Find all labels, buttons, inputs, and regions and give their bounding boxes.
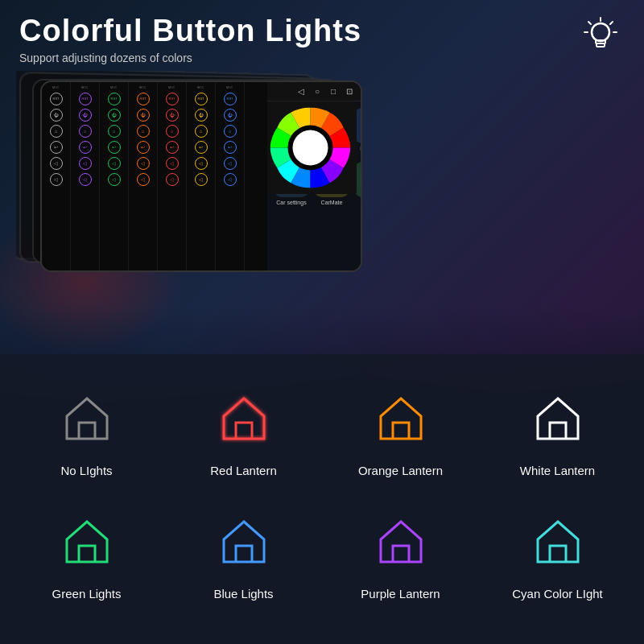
svg-line-4 <box>610 22 613 24</box>
page-subtitle: Support adjusting dozens of colors <box>19 52 625 64</box>
cyan-light-label: Cyan Color LIght <box>512 587 603 601</box>
cyan-light-icon <box>526 510 590 574</box>
green-lights-icon <box>55 510 119 574</box>
light-item-no-lights: No LIghts <box>8 370 165 493</box>
svg-rect-2 <box>597 43 605 47</box>
orange-lantern-label: Orange Lantern <box>358 464 443 477</box>
no-lights-label: No LIghts <box>60 464 112 477</box>
light-item-blue: Blue Lights <box>165 493 322 617</box>
header: Colorful Button Lights Support adjusting… <box>0 0 644 71</box>
back-nav-icon: ◁ <box>296 86 306 96</box>
color-wheel-popup <box>267 101 361 198</box>
white-lantern-icon <box>526 386 590 451</box>
green-lights-label: Green Lights <box>52 587 122 601</box>
home-nav-icon: ○ <box>312 86 322 96</box>
light-item-orange: Orange Lantern <box>322 370 479 493</box>
light-item-green: Green Lights <box>8 493 165 617</box>
light-item-red: Red Lantern <box>165 370 322 493</box>
svg-point-0 <box>592 23 609 41</box>
blue-lights-label: Blue Lights <box>213 587 273 601</box>
tablet-screen: ◁ ○ □ ⊡ 📡 AndroITS GP... 🤖 APK Insta... <box>267 82 361 270</box>
light-item-white: White Lantern <box>479 370 636 493</box>
purple-lantern-label: Purple Lantern <box>361 587 440 601</box>
page-title: Colorful Button Lights <box>19 14 625 48</box>
device-showcase: MIC RST ⏻ 🏠 ↩ ◀ ◀ MIC RST ⏻ 🏠 ↩ ◀ ◀ <box>16 71 628 304</box>
recent-nav-icon: □ <box>328 86 338 96</box>
light-item-purple: Purple Lantern <box>322 493 479 617</box>
white-lantern-label: White Lantern <box>520 464 595 477</box>
lights-grid: No LIghts Red Lantern <box>0 354 644 625</box>
bottom-panel: No LIghts Red Lantern <box>0 354 644 644</box>
tablet-main: MIC RST ⏻ ⌂ ↩ ◁ ◁ MIC RST ⏻ ⌂ ↩ ◁ ◁ <box>40 80 362 272</box>
svg-point-15 <box>293 130 328 165</box>
cast-nav-icon: ⊡ <box>345 86 354 96</box>
red-lantern-icon <box>212 386 276 451</box>
red-lantern-label: Red Lantern <box>210 464 277 477</box>
blue-lights-icon <box>212 510 276 574</box>
purple-lantern-icon <box>369 510 433 574</box>
orange-lantern-icon <box>369 386 433 451</box>
svg-line-6 <box>588 22 591 24</box>
light-item-cyan: Cyan Color LIght <box>479 493 636 617</box>
bulb-icon <box>580 14 621 56</box>
no-lights-icon <box>55 386 119 451</box>
